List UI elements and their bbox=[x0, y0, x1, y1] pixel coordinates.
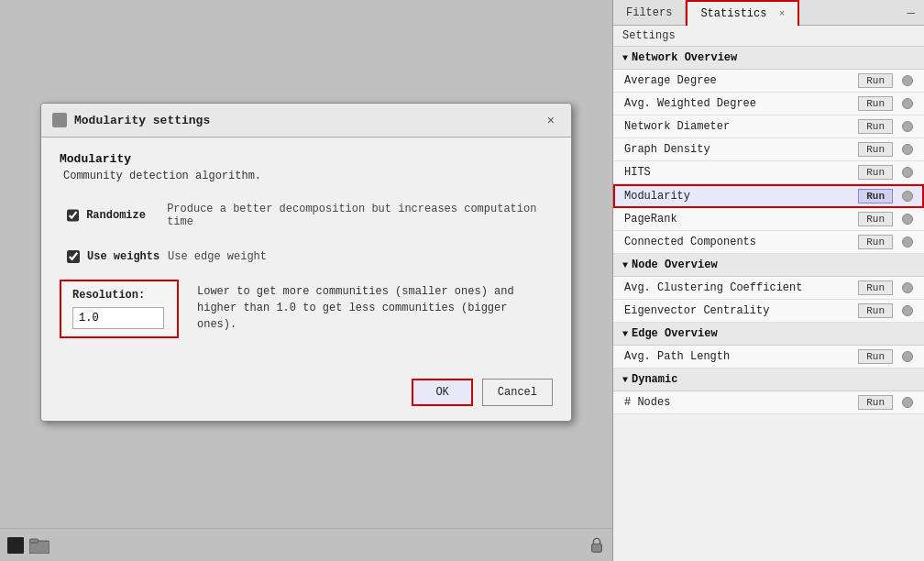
stat-row-hits: HITS Run bbox=[613, 161, 924, 184]
section-dynamic[interactable]: ▼ Dynamic bbox=[613, 368, 924, 391]
section-network-overview[interactable]: ▼ Network Overview bbox=[613, 47, 924, 70]
stat-indicator-hits bbox=[902, 167, 913, 178]
stat-indicator-connected-components bbox=[902, 236, 913, 248]
stat-run-btn-modularity[interactable]: Run bbox=[858, 189, 893, 204]
stat-indicator-avg-path bbox=[902, 351, 913, 362]
stat-row-avg-weighted-degree: Avg. Weighted Degree Run bbox=[613, 93, 924, 116]
stat-name-average-degree: Average Degree bbox=[624, 74, 858, 87]
stat-run-wrap-avg-weighted-degree: Run bbox=[858, 96, 913, 111]
stat-run-wrap-modularity: Run bbox=[858, 189, 913, 204]
stat-run-wrap-graph-density: Run bbox=[858, 142, 913, 157]
stat-name-eigenvector: Eigenvector Centrality bbox=[624, 304, 858, 317]
stat-run-btn-network-diameter[interactable]: Run bbox=[858, 119, 893, 134]
resolution-section: Resolution: Lower to get more communitie… bbox=[60, 280, 553, 338]
stat-row-average-degree: Average Degree Run bbox=[613, 70, 924, 93]
stat-indicator-network-diameter bbox=[902, 121, 913, 132]
stat-name-pagerank: PageRank bbox=[624, 213, 858, 226]
dialog-title-left: Modularity settings bbox=[52, 113, 210, 127]
use-weights-checkbox[interactable] bbox=[67, 250, 80, 263]
tab-minimize-button[interactable]: — bbox=[898, 2, 924, 24]
dialog-titlebar: Modularity settings × bbox=[41, 104, 571, 138]
section-network-label: Network Overview bbox=[632, 51, 737, 64]
tab-bar: Filters Statistics × — bbox=[613, 0, 924, 26]
resolution-desc: Lower to get more communities (smaller o… bbox=[197, 280, 553, 333]
use-weights-row: Use weights Use edge weight bbox=[60, 245, 553, 269]
randomize-desc: Produce a better decomposition but incre… bbox=[167, 203, 545, 228]
section-arrow-network: ▼ bbox=[622, 53, 628, 63]
tab-filters[interactable]: Filters bbox=[613, 1, 686, 25]
stat-row-modularity: Modularity Run bbox=[613, 184, 924, 208]
stat-name-network-diameter: Network Diameter bbox=[624, 120, 858, 133]
section-arrow-edge: ▼ bbox=[622, 329, 628, 339]
stat-run-btn-avg-clustering[interactable]: Run bbox=[858, 280, 893, 295]
lock-icon[interactable] bbox=[588, 537, 605, 554]
dialog-close-button[interactable]: × bbox=[542, 111, 560, 129]
stat-run-wrap-average-degree: Run bbox=[858, 73, 913, 88]
stat-run-btn-avg-weighted-degree[interactable]: Run bbox=[858, 96, 893, 111]
stat-run-btn-connected-components[interactable]: Run bbox=[858, 235, 893, 249]
section-arrow-dynamic: ▼ bbox=[622, 375, 628, 385]
stat-run-wrap-avg-path: Run bbox=[858, 349, 913, 364]
stat-name-hits: HITS bbox=[624, 166, 858, 179]
stat-indicator-nodes bbox=[902, 397, 913, 408]
stat-run-btn-eigenvector[interactable]: Run bbox=[858, 303, 893, 318]
stat-run-btn-graph-density[interactable]: Run bbox=[858, 142, 893, 157]
stat-run-wrap-network-diameter: Run bbox=[858, 119, 913, 134]
stat-run-btn-pagerank[interactable]: Run bbox=[858, 212, 893, 226]
stat-row-avg-clustering: Avg. Clustering Coefficient Run bbox=[613, 277, 924, 300]
stat-name-graph-density: Graph Density bbox=[624, 143, 858, 156]
stat-run-wrap-pagerank: Run bbox=[858, 212, 913, 226]
section-edge-overview[interactable]: ▼ Edge Overview bbox=[613, 323, 924, 346]
svg-rect-2 bbox=[592, 544, 602, 552]
stat-row-nodes: # Nodes Run bbox=[613, 391, 924, 414]
dialog-backdrop: Modularity settings × Modularity Communi… bbox=[0, 0, 612, 561]
stat-indicator-avg-weighted-degree bbox=[902, 98, 913, 109]
bottom-toolbar bbox=[0, 528, 612, 561]
stat-name-avg-clustering: Avg. Clustering Coefficient bbox=[624, 281, 858, 294]
cancel-button[interactable]: Cancel bbox=[482, 379, 553, 406]
resolution-box: Resolution: bbox=[60, 280, 179, 338]
stat-row-network-diameter: Network Diameter Run bbox=[613, 116, 924, 138]
ok-button[interactable]: OK bbox=[412, 379, 472, 406]
stat-run-btn-average-degree[interactable]: Run bbox=[858, 73, 893, 88]
modularity-dialog: Modularity settings × Modularity Communi… bbox=[40, 103, 572, 422]
tab-statistics[interactable]: Statistics × bbox=[686, 0, 799, 26]
stat-name-connected-components: Connected Components bbox=[624, 236, 858, 248]
randomize-checkbox[interactable] bbox=[67, 209, 79, 222]
stat-run-wrap-nodes: Run bbox=[858, 395, 913, 410]
stat-name-avg-weighted-degree: Avg. Weighted Degree bbox=[624, 97, 858, 110]
stat-run-btn-avg-path[interactable]: Run bbox=[858, 349, 893, 364]
dialog-section-title: Modularity bbox=[60, 152, 553, 166]
randomize-row: Randomize Produce a better decomposition… bbox=[60, 197, 553, 234]
settings-label: Settings bbox=[613, 26, 924, 47]
stat-indicator-graph-density bbox=[902, 144, 913, 155]
section-node-label: Node Overview bbox=[632, 258, 718, 271]
stat-run-btn-hits[interactable]: Run bbox=[858, 165, 893, 180]
stat-run-wrap-connected-components: Run bbox=[858, 235, 913, 249]
right-panel: Filters Statistics × — Settings ▼ Networ… bbox=[612, 0, 924, 561]
stat-run-btn-nodes[interactable]: Run bbox=[858, 395, 893, 410]
dialog-body: Modularity Community detection algorithm… bbox=[41, 138, 571, 368]
resolution-input[interactable] bbox=[72, 307, 164, 329]
dialog-title: Modularity settings bbox=[74, 114, 210, 127]
stat-indicator-avg-clustering bbox=[902, 282, 913, 293]
folder-icon[interactable] bbox=[29, 537, 50, 554]
stat-row-pagerank: PageRank Run bbox=[613, 208, 924, 231]
resolution-label: Resolution: bbox=[72, 289, 166, 302]
use-weights-desc: Use edge weight bbox=[168, 250, 267, 263]
stat-row-graph-density: Graph Density Run bbox=[613, 138, 924, 161]
stat-indicator-pagerank bbox=[902, 214, 913, 225]
dialog-description: Community detection algorithm. bbox=[60, 170, 553, 182]
black-square-icon bbox=[7, 537, 24, 554]
svg-rect-1 bbox=[29, 539, 38, 543]
dialog-app-icon bbox=[52, 113, 67, 127]
left-panel: Modularity settings × Modularity Communi… bbox=[0, 0, 612, 561]
tab-statistics-close[interactable]: × bbox=[779, 8, 786, 19]
section-node-overview[interactable]: ▼ Node Overview bbox=[613, 254, 924, 277]
dialog-buttons: OK Cancel bbox=[41, 368, 571, 421]
stat-name-modularity: Modularity bbox=[624, 190, 858, 203]
stat-run-wrap-hits: Run bbox=[858, 165, 913, 180]
section-dynamic-label: Dynamic bbox=[632, 373, 677, 386]
stat-indicator-average-degree bbox=[902, 75, 913, 86]
stat-name-avg-path: Avg. Path Length bbox=[624, 350, 858, 363]
